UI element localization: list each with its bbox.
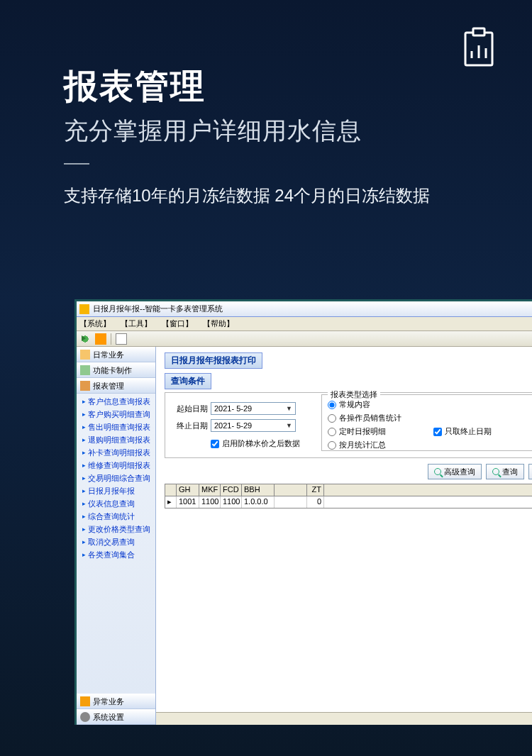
end-date-label: 终止日期 <box>174 421 211 431</box>
page-description: 支持存储10年的月冻结数据 24个月的日冻结数据 <box>64 184 468 207</box>
divider <box>64 163 89 165</box>
tree-item[interactable]: 取消交易查询 <box>82 535 155 548</box>
query-button[interactable]: 查询 <box>486 464 524 479</box>
sidebar-group-daily[interactable]: 日常业务 <box>77 347 155 362</box>
start-date-input[interactable]: 2021- 5-29▼ <box>211 402 296 415</box>
tree-item[interactable]: 各类查询集合 <box>82 548 155 561</box>
main-panel: 日报月报年报报表打印 查询条件 起始日期 2021- 5-29▼ 终止日期 20… <box>156 347 532 725</box>
report-icon <box>80 381 90 391</box>
query-title: 查询条件 <box>165 373 211 389</box>
tree-item[interactable]: 退购明细查询报表 <box>82 433 155 446</box>
query-form: 起始日期 2021- 5-29▼ 终止日期 2021- 5-29▼ 启用阶梯水价… <box>165 392 532 458</box>
grid-row[interactable]: ▸ 1001 1100 1100 1.0.0.0 0 <box>165 496 532 508</box>
tree-item[interactable]: 更改价格类型查询 <box>82 523 155 535</box>
tree-item[interactable]: 补卡查询明细报表 <box>82 446 155 459</box>
radio-monthly[interactable]: 按月统计汇总 <box>328 440 425 450</box>
panel-title: 日报月报年报报表打印 <box>165 352 262 369</box>
export-excel-button[interactable]: 导入Excel <box>528 464 532 479</box>
tree-item[interactable]: 维修查询明细报表 <box>82 459 155 472</box>
tree-item[interactable]: 仪表信息查询 <box>82 497 155 510</box>
page-subtitle: 充分掌握用户详细用水信息 <box>64 115 468 148</box>
card-icon <box>80 365 90 375</box>
chevron-down-icon: ▼ <box>286 422 292 429</box>
clipboard-chart-icon <box>461 27 497 68</box>
search-icon <box>492 468 499 475</box>
sidebar-group-settings[interactable]: 系统设置 <box>77 709 155 725</box>
check-end-only[interactable]: 只取终止日期 <box>433 426 531 437</box>
app-window: 日报月报年报--智能一卡多表管理系统 【系统】 【工具】 【窗口】 【帮助】 日… <box>74 299 532 725</box>
gear-icon <box>80 712 90 722</box>
status-bar <box>156 712 532 725</box>
fieldset-legend: 报表类型选择 <box>328 389 380 400</box>
result-grid: GH MKF FCD BBH ZT ▸ 1001 1100 1100 1.0.0… <box>165 484 532 508</box>
tree-item[interactable]: 综合查询统计 <box>82 510 155 523</box>
sidebar-group-card[interactable]: 功能卡制作 <box>77 362 155 378</box>
tree-item[interactable]: 日报月报年报 <box>82 484 155 497</box>
tree-item[interactable]: 售出明细查询报表 <box>82 421 155 433</box>
window-title: 日报月报年报--智能一卡多表管理系统 <box>93 304 223 314</box>
grid-header: GH MKF FCD BBH ZT <box>165 484 532 496</box>
chevron-down-icon: ▼ <box>286 405 292 412</box>
page-title: 报表管理 <box>64 64 468 109</box>
radio-timed[interactable]: 定时日报明细 <box>328 426 425 437</box>
folder-icon <box>80 350 90 360</box>
tree-item[interactable]: 交易明细综合查询 <box>82 472 155 484</box>
warning-icon <box>80 696 90 706</box>
sidebar: 日常业务 功能卡制作 报表管理 客户信息查询报表 客户购买明细查询 售出明细查询… <box>77 347 156 725</box>
radio-normal[interactable]: 常规内容 <box>328 399 425 410</box>
menu-help[interactable]: 【帮助】 <box>203 318 234 329</box>
menu-system[interactable]: 【系统】 <box>79 318 111 329</box>
window-titlebar: 日报月报年报--智能一卡多表管理系统 <box>77 301 532 317</box>
start-date-label: 起始日期 <box>174 404 211 414</box>
report-type-fieldset: 报表类型选择 常规内容 按日统计汇总 各操作员销售统计 按阶梯价格分类统计 定时… <box>321 394 532 451</box>
document-icon[interactable] <box>116 333 127 345</box>
app-icon <box>79 304 89 314</box>
lock-icon[interactable] <box>95 333 106 345</box>
tree-item[interactable]: 客户购买明细查询 <box>82 408 155 421</box>
end-date-input[interactable]: 2021- 5-29▼ <box>211 419 296 432</box>
menu-window[interactable]: 【窗口】 <box>162 318 193 329</box>
radio-operator[interactable]: 各操作员销售统计 <box>328 413 425 423</box>
toolbar <box>77 331 532 347</box>
advanced-query-button[interactable]: 高级查询 <box>428 464 482 479</box>
run-icon[interactable] <box>79 333 91 345</box>
menu-tools[interactable]: 【工具】 <box>121 318 152 329</box>
sidebar-group-exception[interactable]: 异常业务 <box>77 694 155 709</box>
search-icon <box>434 468 441 475</box>
tree-item[interactable]: 客户信息查询报表 <box>82 395 155 408</box>
menubar: 【系统】 【工具】 【窗口】 【帮助】 <box>77 317 532 331</box>
sidebar-group-report[interactable]: 报表管理 <box>77 378 155 394</box>
svg-rect-1 <box>473 28 484 35</box>
report-tree: 客户信息查询报表 客户购买明细查询 售出明细查询报表 退购明细查询报表 补卡查询… <box>77 394 155 564</box>
